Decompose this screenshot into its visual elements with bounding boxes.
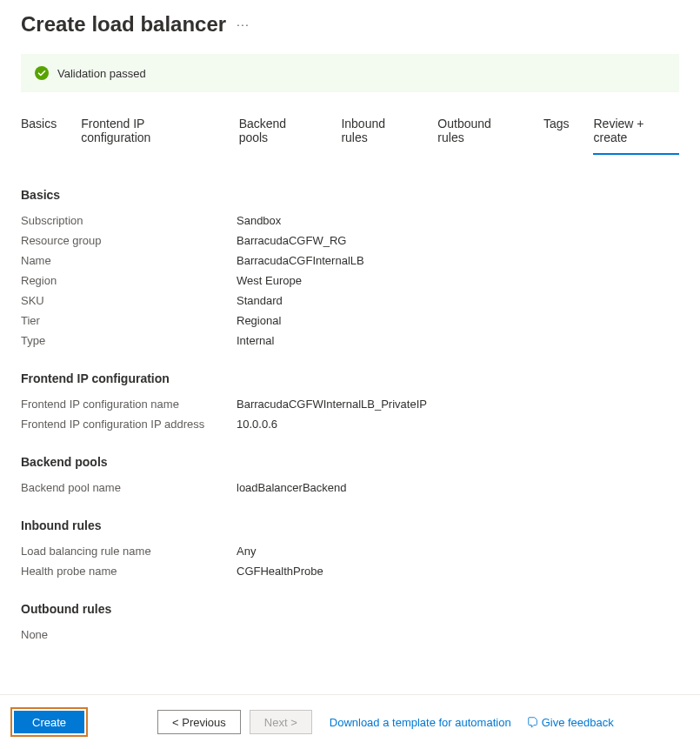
section-heading-outbound: Outbound rules xyxy=(21,602,679,616)
download-template-link[interactable]: Download a template for automation xyxy=(330,716,511,729)
kv-row: None xyxy=(21,628,679,641)
kv-label: Frontend IP configuration IP address xyxy=(21,418,237,431)
create-button[interactable]: Create xyxy=(14,711,84,733)
svg-point-0 xyxy=(35,66,49,80)
tab-inbound-rules[interactable]: Inbound rules xyxy=(341,117,413,155)
validation-banner: Validation passed xyxy=(21,54,679,92)
kv-label: Region xyxy=(21,274,237,287)
feedback-icon xyxy=(527,716,539,728)
kv-label: Tier xyxy=(21,314,237,327)
tab-basics[interactable]: Basics xyxy=(21,117,57,155)
footer-bar: Create < Previous Next > Download a temp… xyxy=(0,694,700,749)
section-heading-inbound: Inbound rules xyxy=(21,518,679,532)
kv-label: Resource group xyxy=(21,234,237,247)
kv-row: Frontend IP configuration IP address10.0… xyxy=(21,418,679,431)
validation-message: Validation passed xyxy=(57,67,146,80)
next-button: Next > xyxy=(250,710,312,734)
section-frontend: Frontend IP configuration Frontend IP co… xyxy=(21,371,679,431)
kv-value: BarracudaCGFWInternalLB_PrivateIP xyxy=(237,398,427,411)
kv-value: Internal xyxy=(237,334,274,347)
give-feedback-link[interactable]: Give feedback xyxy=(527,716,614,729)
create-button-highlight: Create xyxy=(10,707,88,737)
kv-label: Subscription xyxy=(21,214,237,227)
tab-backend-pools[interactable]: Backend pools xyxy=(239,117,317,155)
section-outbound: Outbound rules None xyxy=(21,602,679,641)
section-heading-backend: Backend pools xyxy=(21,455,679,469)
kv-row: Health probe nameCGFHealthProbe xyxy=(21,565,679,578)
review-content: Basics SubscriptionSandbox Resource grou… xyxy=(0,155,700,669)
kv-row: Load balancing rule nameAny xyxy=(21,545,679,558)
kv-label: Health probe name xyxy=(21,565,237,578)
section-heading-frontend: Frontend IP configuration xyxy=(21,371,679,385)
kv-value: Standard xyxy=(237,294,283,307)
page-title: Create load balancer xyxy=(21,12,226,37)
kv-label: Load balancing rule name xyxy=(21,545,237,558)
kv-row: NameBarracudaCGFInternalLB xyxy=(21,254,679,267)
kv-label: Backend pool name xyxy=(21,481,237,494)
section-heading-basics: Basics xyxy=(21,188,679,202)
check-circle-icon xyxy=(35,66,49,80)
tab-tags[interactable]: Tags xyxy=(543,117,570,155)
kv-label: Frontend IP configuration name xyxy=(21,398,237,411)
tab-frontend-ip[interactable]: Frontend IP configuration xyxy=(81,117,214,155)
more-options-icon[interactable]: ··· xyxy=(237,17,250,31)
kv-row: TierRegional xyxy=(21,314,679,327)
feedback-label: Give feedback xyxy=(542,716,614,729)
kv-row: SubscriptionSandbox xyxy=(21,214,679,227)
kv-value: Sandbox xyxy=(237,214,281,227)
kv-label: Type xyxy=(21,334,237,347)
kv-value: CGFHealthProbe xyxy=(237,565,323,578)
kv-row: SKUStandard xyxy=(21,294,679,307)
section-basics: Basics SubscriptionSandbox Resource grou… xyxy=(21,188,679,347)
kv-value: BarracudaCGFW_RG xyxy=(237,234,346,247)
kv-value: Regional xyxy=(237,314,281,327)
kv-row: RegionWest Europe xyxy=(21,274,679,287)
kv-value: Any xyxy=(237,545,256,558)
kv-value: loadBalancerBackend xyxy=(237,481,346,494)
kv-value: BarracudaCGFInternalLB xyxy=(237,254,364,267)
section-inbound: Inbound rules Load balancing rule nameAn… xyxy=(21,518,679,578)
kv-value: West Europe xyxy=(237,274,302,287)
tab-outbound-rules[interactable]: Outbound rules xyxy=(437,117,519,155)
kv-row: Backend pool nameloadBalancerBackend xyxy=(21,481,679,494)
kv-row: TypeInternal xyxy=(21,334,679,347)
kv-label: SKU xyxy=(21,294,237,307)
tabs-bar: Basics Frontend IP configuration Backend… xyxy=(0,96,700,155)
kv-value: 10.0.0.6 xyxy=(237,418,277,431)
kv-row: Resource groupBarracudaCGFW_RG xyxy=(21,234,679,247)
kv-label: None xyxy=(21,628,237,641)
kv-row: Frontend IP configuration nameBarracudaC… xyxy=(21,398,679,411)
previous-button[interactable]: < Previous xyxy=(157,710,241,734)
kv-label: Name xyxy=(21,254,237,267)
section-backend: Backend pools Backend pool nameloadBalan… xyxy=(21,455,679,494)
tab-review-create[interactable]: Review + create xyxy=(593,117,679,155)
